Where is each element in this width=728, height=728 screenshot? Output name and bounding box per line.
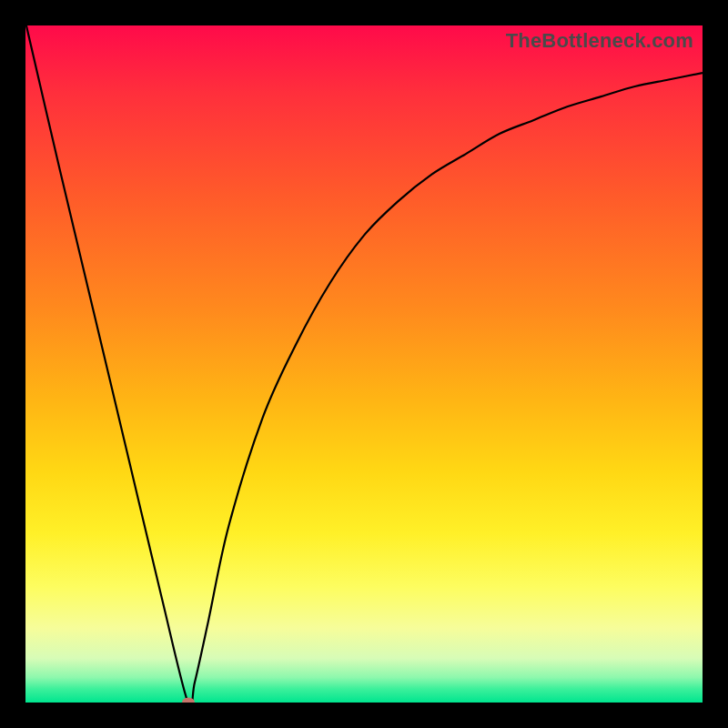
chart-frame: TheBottleneck.com xyxy=(0,0,728,728)
plot-area: TheBottleneck.com xyxy=(25,25,703,703)
gradient-background xyxy=(25,25,703,703)
